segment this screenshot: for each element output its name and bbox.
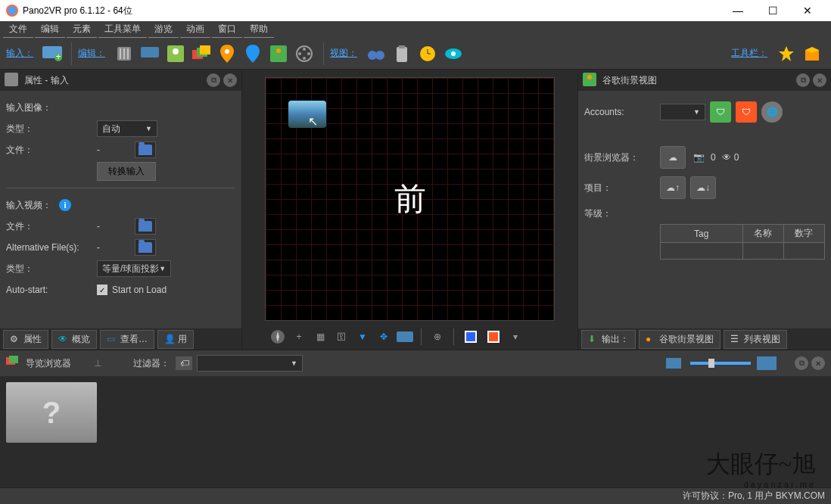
camera-icon: 📷 <box>693 152 705 163</box>
menu-elements[interactable]: 元素 <box>67 21 97 38</box>
cloud-upload-button[interactable]: ☁↑ <box>660 176 686 199</box>
menu-edit[interactable]: 编辑 <box>35 21 65 38</box>
panorama-viewport[interactable]: ↖ 前 <box>265 77 555 321</box>
compass-icon[interactable] <box>269 328 286 345</box>
browser-popout-button[interactable]: ⧉ <box>795 356 808 370</box>
tab-properties[interactable]: ⚙属性 <box>3 330 48 349</box>
grid-icon[interactable]: ▦ <box>312 328 328 345</box>
panel-close-button[interactable]: ✕ <box>223 73 237 87</box>
panorama-icon <box>288 101 326 128</box>
swatch-dropdown[interactable]: ▾ <box>507 328 524 345</box>
tab-view[interactable]: ▭查看… <box>100 330 154 349</box>
binoculars-tab-icon: 👁 <box>58 334 69 344</box>
col-name[interactable]: 名称 <box>742 225 783 243</box>
alt-files-value: - <box>97 242 135 253</box>
minimize-button[interactable]: — <box>721 0 755 21</box>
autostart-checkbox[interactable]: ✓ <box>97 285 107 295</box>
move-icon[interactable]: ✥ <box>375 328 392 345</box>
pano-icon[interactable] <box>397 328 413 345</box>
target-icon[interactable]: ⊕ <box>429 328 446 345</box>
orange-swatch[interactable] <box>487 331 500 343</box>
alt-files-browse-button[interactable] <box>135 239 156 256</box>
eye-play-icon[interactable] <box>443 43 464 64</box>
sv-close-button[interactable]: ✕ <box>813 73 826 87</box>
tab-gsv[interactable]: ●谷歌街景视图 <box>639 330 721 349</box>
sliders-icon[interactable] <box>114 43 135 64</box>
tab-output[interactable]: ⬇输出： <box>581 330 636 349</box>
shield-green-icon[interactable]: 🛡 <box>710 101 731 123</box>
menu-file[interactable]: 文件 <box>3 21 33 38</box>
cloud-download-button[interactable]: ☁ <box>660 146 686 169</box>
menu-help[interactable]: 帮助 <box>244 21 274 38</box>
streetview-icon[interactable] <box>268 43 289 64</box>
svg-point-29 <box>451 51 456 56</box>
svg-rect-7 <box>141 47 159 58</box>
blue-swatch[interactable] <box>465 331 477 343</box>
package-icon[interactable] <box>801 43 823 64</box>
stamp-icon[interactable]: ⊥ <box>94 358 110 369</box>
info-icon[interactable]: i <box>59 199 71 211</box>
file-browse-button[interactable] <box>135 142 156 158</box>
cursor-icon: ↖ <box>308 114 318 129</box>
table-cell[interactable] <box>661 243 743 260</box>
video-file-browse-button[interactable] <box>135 218 156 235</box>
globe-icon[interactable]: 🌐 <box>761 101 783 123</box>
panel-popout-button[interactable]: ⧉ <box>207 73 220 87</box>
cloud-sync-button[interactable]: ☁↓ <box>690 176 716 199</box>
thumb-size-slider[interactable] <box>690 362 751 365</box>
star-badge-icon[interactable] <box>776 43 797 64</box>
type-select[interactable]: 自动▼ <box>97 120 157 137</box>
window-title: Pano2VR pro 6.1.12 - 64位 <box>23 5 721 17</box>
clock-icon[interactable] <box>417 43 438 64</box>
key-icon[interactable]: ⚿ <box>333 328 350 345</box>
user-properties-icon[interactable] <box>165 43 186 64</box>
close-button[interactable]: ✕ <box>790 0 825 21</box>
thumb-large-icon[interactable] <box>757 356 777 370</box>
tab-overview[interactable]: 👁概览 <box>51 330 97 349</box>
tab-list[interactable]: ☰列表视图 <box>724 330 787 349</box>
menu-window[interactable]: 窗口 <box>212 21 242 38</box>
images-stack-icon[interactable] <box>191 43 212 64</box>
svg-point-13 <box>225 49 229 54</box>
sliders-tab-icon: ⚙ <box>10 334 20 344</box>
shield-orange-icon[interactable]: 🛡 <box>736 101 757 123</box>
level-label: 等级： <box>584 207 660 220</box>
map-marker-icon[interactable] <box>242 43 263 64</box>
binoculars-icon[interactable] <box>366 43 387 64</box>
menu-tour[interactable]: 游览 <box>148 21 179 38</box>
left-panel-tabs: ⚙属性 👁概览 ▭查看… 👤用 <box>0 328 241 350</box>
levels-table: Tag 名称 数字 <box>660 224 825 260</box>
tour-browser-panel: 导览浏览器 ⊥ 过滤器： 🏷 ▼ ⧉ ✕ <box>0 350 831 467</box>
video-type-select[interactable]: 等量/球面投影▼ <box>97 260 171 277</box>
streetview-panel-title: 谷歌街景视图 <box>602 74 793 87</box>
thumb-small-icon[interactable] <box>666 358 681 369</box>
sliders-small-icon <box>5 73 20 88</box>
filter-select[interactable]: ▼ <box>197 355 303 372</box>
maximize-button[interactable]: ☐ <box>755 0 790 21</box>
tag-filter-icon[interactable]: 🏷 <box>176 356 192 370</box>
clipboard-icon[interactable] <box>391 43 412 64</box>
node-thumbnail[interactable] <box>6 382 97 443</box>
col-tag[interactable]: Tag <box>661 225 743 243</box>
menu-animation[interactable]: 动画 <box>180 21 210 38</box>
film-reel-icon[interactable] <box>294 43 315 64</box>
menubar: 文件 编辑 元素 工具菜单 游览 动画 窗口 帮助 <box>0 21 831 38</box>
svg-rect-33 <box>5 73 18 86</box>
svg-rect-23 <box>397 47 407 62</box>
crosshair-icon[interactable]: + <box>291 328 307 345</box>
menu-tools[interactable]: 工具菜单 <box>98 21 147 38</box>
drop-icon[interactable]: ▼ <box>354 328 371 345</box>
file-value: - <box>97 145 135 155</box>
streetview-panel: 谷歌街景视图 ⧉ ✕ Accounts: ▼ 🛡 🛡 🌐 街景浏览器： ☁ 📷 … <box>577 70 831 350</box>
open-panorama-icon[interactable]: + <box>42 43 63 64</box>
convert-input-button[interactable]: 转换输入 <box>97 162 156 181</box>
browser-close-button[interactable]: ✕ <box>811 356 825 370</box>
location-pin-icon[interactable] <box>216 43 238 64</box>
accounts-select[interactable]: ▼ <box>660 104 705 120</box>
output-tab-icon: ⬇ <box>588 334 599 344</box>
sv-popout-button[interactable]: ⧉ <box>796 73 810 87</box>
panorama-preview-icon[interactable] <box>139 43 160 64</box>
col-num[interactable]: 数字 <box>783 225 824 243</box>
tab-user[interactable]: 👤用 <box>157 330 194 349</box>
toolbar-tools-label: 工具栏： <box>731 47 767 60</box>
